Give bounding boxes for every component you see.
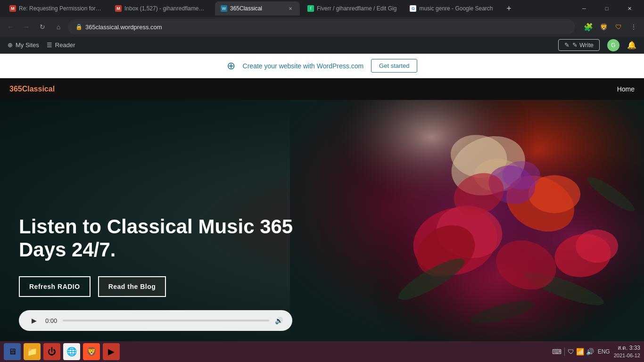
taskbar-file-manager[interactable]: 🖥: [4, 343, 21, 360]
tab-label-gmail2: Inbox (1,527) - gihanredflameonline...: [124, 5, 207, 12]
tab-favicon-fiverr: f: [307, 5, 314, 12]
network-icon: 📶: [576, 348, 584, 355]
tab-favicon-365classical: W: [221, 5, 227, 12]
wp-admin-toolbar: ⊕ My Sites ☰ Reader ✎ ✎ Write G 🔔: [0, 37, 644, 54]
audio-player: ▶ 0:00 🔊: [19, 310, 292, 331]
tab-365classical[interactable]: W 365Classical ✕: [215, 1, 300, 16]
refresh-radio-button[interactable]: Refresh RADIO: [19, 276, 91, 297]
reader-icon: ☰: [47, 41, 52, 49]
nav-home-link[interactable]: Home: [617, 85, 635, 93]
settings-icon[interactable]: ⋮: [627, 20, 640, 33]
write-icon: ✎: [564, 41, 570, 49]
taskbar-media[interactable]: ▶: [103, 343, 120, 360]
taskbar-chrome[interactable]: 🌐: [63, 343, 80, 360]
system-date: 2021-06-12: [614, 352, 640, 359]
address-input[interactable]: 🔒 365classical.wordpress.com: [68, 19, 575, 34]
site-logo[interactable]: 365Classical: [9, 85, 55, 93]
forward-button[interactable]: →: [20, 20, 33, 33]
user-avatar[interactable]: G: [607, 39, 619, 51]
system-icons: ⌨ 🛡 📶 🔊: [552, 347, 594, 356]
my-sites-menu[interactable]: ⊕ My Sites: [8, 41, 39, 49]
tab-favicon-gmail2: M: [115, 5, 122, 12]
taskbar-power[interactable]: ⏻: [43, 343, 60, 360]
title-bar: M Re: Requesting Permission for Start M …: [0, 0, 644, 17]
tab-label-365classical: 365Classical: [230, 5, 284, 12]
notifications-bell[interactable]: 🔔: [627, 41, 636, 49]
read-blog-button[interactable]: Read the Blog: [98, 276, 166, 297]
promo-text: Create your website with WordPress.com: [243, 62, 364, 70]
wp-logo-icon: ⊕: [8, 41, 13, 49]
tab-label-google: music genre - Google Search: [419, 5, 493, 12]
current-time: 0:00: [45, 317, 57, 324]
taskbar-brave[interactable]: 🦁: [83, 343, 100, 360]
volume-sys-icon: 🔊: [586, 348, 594, 355]
wp-promo-bar: ⊕ Create your website with WordPress.com…: [0, 54, 644, 78]
svg-point-16: [502, 161, 540, 189]
site-title-part1: 365: [9, 85, 22, 93]
write-button[interactable]: ✎ ✎ Write: [558, 39, 600, 51]
reload-button[interactable]: ↻: [36, 20, 49, 33]
browser-toolbar-right: 🧩 🦁 🛡 ⋮: [582, 20, 640, 33]
tab-favicon-google: G: [410, 5, 416, 12]
get-started-button[interactable]: Get started: [371, 59, 417, 73]
hero-content: Listen to Classical Music 365 Days 24/7.…: [0, 100, 354, 350]
address-bar: ← → ↻ ⌂ 🔒 365classical.wordpress.com 🧩 🦁…: [0, 17, 644, 37]
vpn-icon[interactable]: 🛡: [612, 20, 625, 33]
keyboard-icon: ⌨: [552, 348, 561, 355]
wordpress-logo: ⊕: [227, 60, 235, 72]
taskbar-folder[interactable]: 📁: [24, 343, 41, 360]
play-button[interactable]: ▶: [28, 315, 40, 326]
system-clock: ส.ด. 3:33 2021-06-12: [614, 344, 640, 359]
my-sites-label: My Sites: [16, 41, 39, 49]
tab-label-fiverr: Fiverr / gihanredflame / Edit Gig: [317, 5, 396, 12]
tab-gmail-2[interactable]: M Inbox (1,527) - gihanredflameonline...: [109, 1, 213, 16]
tab-favicon-gmail1: M: [9, 5, 16, 12]
window-controls: ─ □ ✕: [573, 1, 640, 16]
hero-buttons: Refresh RADIO Read the Blog: [19, 276, 335, 297]
site-title-part2: Classical: [22, 85, 55, 93]
hero-section: Listen to Classical Music 365 Days 24/7.…: [0, 100, 644, 350]
tab-fiverr[interactable]: f Fiverr / gihanredflame / Edit Gig: [302, 1, 402, 16]
reader-menu[interactable]: ☰ Reader: [47, 41, 75, 49]
tab-label-gmail1: Re: Requesting Permission for Start: [19, 5, 102, 12]
system-lang: ENG: [598, 348, 610, 355]
system-time: ส.ด. 3:33: [614, 344, 640, 352]
back-button[interactable]: ←: [4, 20, 17, 33]
home-button[interactable]: ⌂: [52, 20, 65, 33]
tab-close-365classical[interactable]: ✕: [287, 5, 294, 12]
close-button[interactable]: ✕: [619, 1, 640, 16]
new-tab-button[interactable]: +: [502, 2, 515, 15]
taskbar: 🖥 📁 ⏻ 🌐 🦁 ▶ ⌨ 🛡 📶 🔊 ENG ส.ด. 3:33 2021-0…: [0, 341, 644, 362]
shield-sys-icon: 🛡: [568, 348, 574, 355]
brave-shield-icon[interactable]: 🦁: [597, 20, 610, 33]
progress-bar[interactable]: [63, 320, 269, 321]
taskbar-system-tray: ⌨ 🛡 📶 🔊 ENG ส.ด. 3:33 2021-06-12: [552, 344, 640, 359]
minimize-button[interactable]: ─: [573, 1, 595, 16]
site-header: 365Classical Home: [0, 78, 644, 100]
site-navigation: Home: [617, 85, 635, 93]
tab-gmail-1[interactable]: M Re: Requesting Permission for Start: [4, 1, 107, 16]
svg-point-18: [576, 230, 618, 263]
volume-button[interactable]: 🔊: [275, 317, 283, 324]
extensions-icon[interactable]: 🧩: [582, 20, 595, 33]
tab-google[interactable]: G music genre - Google Search: [404, 1, 498, 16]
browser-window: M Re: Requesting Permission for Start M …: [0, 0, 644, 37]
maximize-button[interactable]: □: [596, 1, 618, 16]
reader-label: Reader: [55, 41, 75, 49]
hero-title: Listen to Classical Music 365 Days 24/7.: [19, 215, 335, 261]
